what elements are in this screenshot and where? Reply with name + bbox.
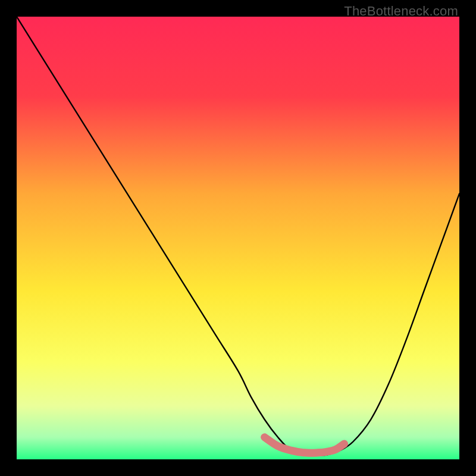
gradient-background xyxy=(17,17,459,459)
chart-area xyxy=(17,17,459,459)
chart-svg xyxy=(17,17,459,459)
watermark-text: TheBottleneck.com xyxy=(344,4,458,19)
